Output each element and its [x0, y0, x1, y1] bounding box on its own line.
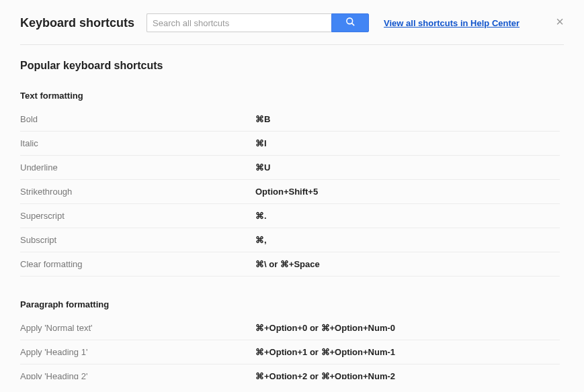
shortcut-row: Bold⌘B: [20, 107, 560, 132]
shortcut-label: Apply 'Normal text': [20, 323, 255, 333]
shortcut-label: Underline: [20, 162, 255, 173]
shortcut-label: Italic: [20, 138, 255, 148]
section-title: Popular keyboard shortcuts: [20, 60, 564, 72]
shortcut-row: Apply 'Heading 1'⌘+Option+1 or ⌘+Option+…: [20, 340, 560, 364]
shortcut-row: Clear formatting⌘\ or ⌘+Space: [20, 252, 560, 277]
shortcut-label: Clear formatting: [20, 259, 255, 269]
close-button[interactable]: ×: [556, 15, 564, 28]
shortcut-keys: ⌘.: [255, 211, 267, 221]
shortcut-keys: ⌘+Option+0 or ⌘+Option+Num-0: [255, 323, 395, 333]
close-icon: ×: [556, 14, 564, 29]
shortcut-label: Superscript: [20, 211, 255, 221]
shortcut-label: Bold: [20, 114, 255, 124]
svg-point-0: [346, 18, 352, 24]
svg-line-1: [351, 23, 354, 26]
group-heading: Paragraph formatting: [20, 293, 560, 316]
shortcut-row: Italic⌘I: [20, 132, 560, 156]
shortcut-keys: ⌘B: [255, 114, 270, 124]
shortcut-label: Subscript: [20, 235, 255, 245]
shortcut-keys: ⌘I: [255, 138, 267, 148]
dialog-title: Keyboard shortcuts: [20, 16, 134, 30]
shortcut-keys: Option+Shift+5: [255, 187, 318, 197]
shortcut-row: Subscript⌘,: [20, 228, 560, 252]
shortcut-row: Underline⌘U: [20, 156, 560, 180]
shortcut-keys: ⌘+Option+2 or ⌘+Option+Num-2: [255, 371, 395, 379]
shortcut-row: Superscript⌘.: [20, 204, 560, 228]
shortcut-row: Apply 'Heading 2'⌘+Option+2 or ⌘+Option+…: [20, 364, 560, 379]
group-heading: Text formatting: [20, 84, 560, 107]
search-button[interactable]: [331, 13, 369, 32]
help-center-link[interactable]: View all shortcuts in Help Center: [384, 18, 519, 28]
search-icon: [345, 17, 356, 29]
shortcut-keys: ⌘+Option+1 or ⌘+Option+Num-1: [255, 347, 395, 357]
search-box: [147, 13, 369, 32]
dialog-header: Keyboard shortcuts View all shortcuts in…: [20, 13, 564, 45]
shortcut-label: Apply 'Heading 1': [20, 347, 255, 357]
shortcut-keys: ⌘,: [255, 235, 267, 245]
shortcut-row: StrikethroughOption+Shift+5: [20, 180, 560, 204]
shortcuts-scroll-area[interactable]: Text formattingBold⌘BItalic⌘IUnderline⌘U…: [20, 84, 564, 379]
search-input[interactable]: [147, 13, 331, 32]
shortcut-row: Apply 'Normal text'⌘+Option+0 or ⌘+Optio…: [20, 316, 560, 340]
shortcut-label: Apply 'Heading 2': [20, 371, 255, 379]
shortcut-keys: ⌘\ or ⌘+Space: [255, 259, 320, 269]
shortcut-label: Strikethrough: [20, 187, 255, 197]
shortcut-keys: ⌘U: [255, 162, 270, 173]
